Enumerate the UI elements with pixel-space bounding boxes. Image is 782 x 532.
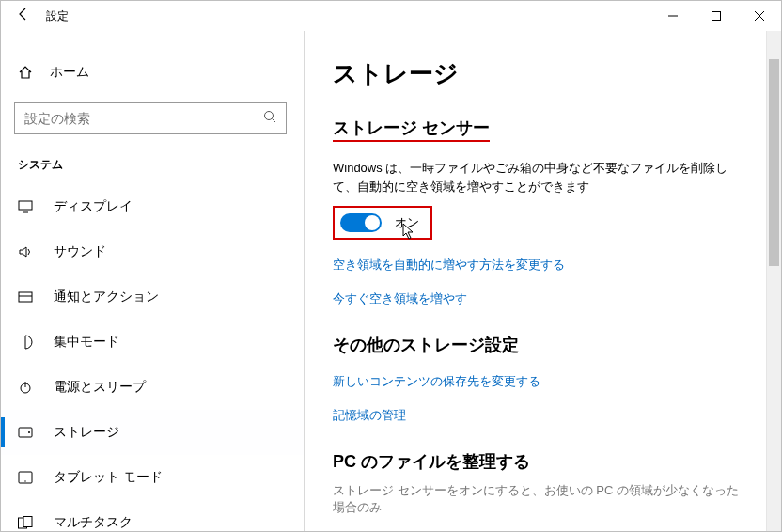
home-icon xyxy=(18,65,33,80)
main-content: ストレージ ストレージ センサー Windows は、一時ファイルやごみ箱の中身… xyxy=(305,31,781,531)
focus-icon xyxy=(18,335,35,350)
sidebar-item-power[interactable]: 電源とスリープ xyxy=(1,365,304,410)
storage-sensor-toggle[interactable] xyxy=(340,213,382,232)
svg-point-4 xyxy=(265,112,274,120)
svg-point-13 xyxy=(28,431,30,433)
sidebar-item-tablet[interactable]: タブレット モード xyxy=(1,455,304,500)
close-button[interactable] xyxy=(738,1,781,31)
link-manage-storage[interactable]: 記憶域の管理 xyxy=(333,407,742,424)
sound-icon xyxy=(18,245,35,258)
svg-rect-6 xyxy=(19,201,32,210)
sidebar-item-notifications[interactable]: 通知とアクション xyxy=(1,274,304,320)
maximize-button[interactable] xyxy=(695,1,738,31)
sidebar-item-label: ディスプレイ xyxy=(54,198,133,215)
sidebar-item-label: 電源とスリープ xyxy=(54,379,146,396)
storage-sensor-heading: ストレージ センサー xyxy=(333,117,742,142)
sidebar-item-label: マルチタスク xyxy=(54,514,133,531)
svg-rect-8 xyxy=(19,292,32,302)
titlebar: 設定 xyxy=(1,1,781,31)
minimize-button[interactable] xyxy=(651,1,695,31)
back-button[interactable] xyxy=(1,1,46,31)
sidebar-item-display[interactable]: ディスプレイ xyxy=(1,184,304,229)
display-icon xyxy=(18,200,35,213)
tablet-icon xyxy=(18,471,35,484)
other-storage-heading: その他のストレージ設定 xyxy=(333,334,742,356)
svg-rect-1 xyxy=(712,12,721,21)
sidebar-item-label: ストレージ xyxy=(54,424,119,441)
window-controls xyxy=(651,1,781,31)
link-free-now[interactable]: 今すぐ空き領域を増やす xyxy=(333,290,742,307)
storage-sensor-description: Windows は、一時ファイルやごみ箱の中身など不要なファイルを削除して、自動… xyxy=(333,159,742,196)
scrollbar-thumb[interactable] xyxy=(769,59,779,266)
notifications-icon xyxy=(18,290,35,304)
sidebar-item-label: タブレット モード xyxy=(54,469,163,486)
cursor-icon xyxy=(402,223,415,243)
multitask-icon xyxy=(18,516,35,529)
sidebar-item-label: 集中モード xyxy=(54,334,119,351)
svg-rect-17 xyxy=(23,517,32,527)
home-label: ホーム xyxy=(50,64,89,81)
sidebar-item-label: 通知とアクション xyxy=(54,289,159,305)
scrollbar[interactable] xyxy=(766,31,781,531)
power-icon xyxy=(18,380,35,395)
home-button[interactable]: ホーム xyxy=(1,52,304,93)
organize-heading: PC のファイルを整理する xyxy=(333,450,742,473)
svg-point-15 xyxy=(24,480,25,481)
sidebar-item-sound[interactable]: サウンド xyxy=(1,229,304,274)
window-title: 設定 xyxy=(46,8,69,24)
svg-line-5 xyxy=(273,119,276,123)
link-change-method[interactable]: 空き領域を自動的に増やす方法を変更する xyxy=(333,257,742,274)
sidebar: ホーム システム ディスプレイ サウンド 通知とアクション 集中モード 電源 xyxy=(1,31,304,531)
link-new-content[interactable]: 新しいコンテンツの保存先を変更する xyxy=(333,373,742,390)
sidebar-item-label: サウンド xyxy=(54,243,106,260)
search-input[interactable] xyxy=(15,111,254,126)
storage-icon xyxy=(18,427,35,438)
sidebar-item-storage[interactable]: ストレージ xyxy=(1,410,304,455)
sidebar-item-focus[interactable]: 集中モード xyxy=(1,320,304,365)
storage-sensor-toggle-row: オン xyxy=(333,206,432,240)
search-box[interactable] xyxy=(14,102,287,134)
group-label: システム xyxy=(1,151,304,184)
sidebar-item-multitask[interactable]: マルチタスク xyxy=(1,500,304,532)
page-title: ストレージ xyxy=(333,57,742,90)
organize-description: ストレージ センサーをオンにすると、お使いの PC の領域が少なくなった場合のみ xyxy=(333,482,742,516)
search-icon xyxy=(254,110,286,127)
